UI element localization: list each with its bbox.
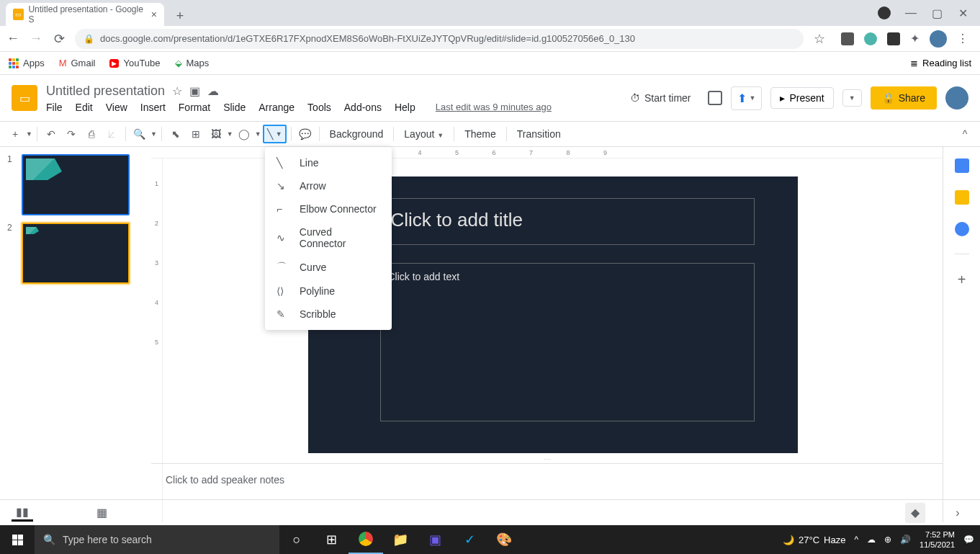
- start-timer-button[interactable]: ⏱ Start timer: [622, 87, 699, 109]
- menu-item-curved[interactable]: ∿ Curved Connector: [265, 220, 392, 255]
- maps-bookmark[interactable]: ⬙ Maps: [175, 58, 210, 68]
- menu-item-scribble[interactable]: ✎ Scribble: [265, 303, 392, 326]
- filmstrip-view-button[interactable]: ▮▮: [12, 504, 33, 522]
- select-tool[interactable]: ⬉: [166, 125, 185, 143]
- theme-button[interactable]: Theme: [459, 128, 502, 140]
- paint-format-button[interactable]: ⟀: [102, 125, 121, 143]
- chevron-down-icon[interactable]: ▼: [227, 130, 233, 138]
- print-button[interactable]: ⎙: [82, 125, 101, 143]
- tasks-icon[interactable]: [955, 222, 969, 236]
- side-panel-toggle[interactable]: ›: [947, 504, 968, 522]
- close-window-icon[interactable]: ✕: [957, 6, 968, 20]
- menu-arrange[interactable]: Arrange: [259, 102, 295, 113]
- line-tool[interactable]: ╲ ▼: [263, 125, 287, 143]
- weather-widget[interactable]: 🌙 27°C Haze: [783, 535, 845, 545]
- ext-icon-3[interactable]: [887, 32, 900, 45]
- shape-tool[interactable]: ◯: [235, 125, 253, 143]
- browser-tab[interactable]: ▭ Untitled presentation - Google S ×: [6, 3, 164, 26]
- present-button[interactable]: ▸ Present: [770, 87, 833, 109]
- address-bar[interactable]: 🔒 docs.google.com/presentation/d/1eGTXE6…: [75, 29, 804, 49]
- menu-format[interactable]: Format: [179, 102, 210, 113]
- minimize-icon[interactable]: —: [905, 6, 917, 20]
- reading-list-button[interactable]: ≣ Reading list: [910, 58, 971, 68]
- chevron-down-icon[interactable]: ▼: [26, 130, 32, 138]
- explorer-taskbar-icon[interactable]: 📁: [383, 525, 418, 554]
- textbox-tool[interactable]: ⊞: [186, 125, 205, 143]
- extensions-icon[interactable]: ✦: [910, 32, 920, 45]
- slide-thumb-1[interactable]: 1: [7, 154, 144, 215]
- task-view-icon[interactable]: ⊞: [314, 525, 349, 554]
- notes-resize-handle[interactable]: ⋯: [151, 455, 943, 463]
- notifications-icon[interactable]: 💬: [963, 535, 974, 545]
- close-tab-icon[interactable]: ×: [151, 9, 157, 20]
- app-taskbar-icon-2[interactable]: ✓: [452, 525, 487, 554]
- menu-item-polyline[interactable]: ⟨⟩ Polyline: [265, 280, 392, 303]
- cloud-status-icon[interactable]: ☁: [207, 84, 219, 98]
- menu-view[interactable]: View: [106, 102, 127, 113]
- youtube-bookmark[interactable]: ▶ YouTube: [109, 58, 160, 68]
- layout-button[interactable]: Layout ▼: [398, 128, 449, 140]
- menu-slide[interactable]: Slide: [223, 102, 246, 113]
- chevron-down-icon[interactable]: ▼: [255, 130, 261, 138]
- speaker-notes[interactable]: Click to add speaker notes: [151, 463, 943, 499]
- taskbar-search[interactable]: 🔍 Type here to search: [35, 525, 279, 554]
- maximize-icon[interactable]: ▢: [931, 6, 943, 20]
- grid-view-button[interactable]: ▦: [91, 504, 112, 522]
- menu-file[interactable]: File: [46, 102, 63, 113]
- new-tab-button[interactable]: +: [170, 6, 190, 26]
- last-edit-status[interactable]: Last edit was 9 minutes ago: [436, 102, 552, 112]
- menu-help[interactable]: Help: [395, 102, 415, 113]
- image-tool[interactable]: 🖼: [207, 125, 225, 143]
- chevron-down-icon[interactable]: ▼: [150, 130, 157, 138]
- zoom-button[interactable]: 🔍: [130, 125, 149, 143]
- add-addon-icon[interactable]: +: [955, 272, 969, 286]
- apps-bookmark[interactable]: Apps: [9, 58, 45, 68]
- transition-button[interactable]: Transition: [511, 128, 567, 140]
- menu-tools[interactable]: Tools: [307, 102, 331, 113]
- redo-button[interactable]: ↷: [62, 125, 81, 143]
- present-dropdown[interactable]: ▼: [842, 89, 862, 107]
- title-placeholder[interactable]: Click to add title: [380, 198, 755, 245]
- user-avatar[interactable]: [945, 86, 968, 110]
- slide-thumb-2[interactable]: 2: [7, 223, 144, 284]
- menu-item-line[interactable]: ╲ Line: [265, 151, 392, 174]
- menu-item-arrow[interactable]: ↘ Arrow: [265, 174, 392, 197]
- calendar-icon[interactable]: [955, 158, 969, 173]
- ext-icon-2[interactable]: [864, 32, 877, 45]
- explore-button[interactable]: ◆: [905, 503, 925, 523]
- paint-taskbar-icon[interactable]: 🎨: [487, 525, 521, 554]
- gmail-bookmark[interactable]: M Gmail: [59, 58, 96, 68]
- slides-logo[interactable]: ▭: [12, 85, 37, 111]
- text-placeholder[interactable]: Click to add text: [380, 263, 755, 421]
- ext-icon-1[interactable]: [841, 32, 854, 45]
- start-button[interactable]: [0, 525, 35, 554]
- menu-insert[interactable]: Insert: [140, 102, 166, 113]
- app-taskbar-icon-1[interactable]: ▣: [418, 525, 452, 554]
- forward-button[interactable]: →: [29, 31, 43, 46]
- reload-button[interactable]: ⟳: [52, 31, 66, 47]
- document-title[interactable]: Untitled presentation: [46, 84, 165, 99]
- star-icon[interactable]: ☆: [812, 31, 827, 47]
- star-doc-icon[interactable]: ☆: [172, 84, 182, 98]
- menu-item-curve[interactable]: ⌒ Curve: [265, 255, 392, 280]
- back-button[interactable]: ←: [6, 31, 20, 46]
- new-slide-button[interactable]: +: [6, 125, 24, 143]
- chrome-taskbar-icon[interactable]: [349, 525, 383, 554]
- comment-button[interactable]: 💬: [296, 125, 315, 143]
- menu-addons[interactable]: Add-ons: [344, 102, 382, 113]
- taskbar-clock[interactable]: 7:52 PM 11/5/2021: [920, 530, 955, 550]
- move-doc-icon[interactable]: ▣: [189, 84, 200, 98]
- chrome-menu-icon[interactable]: ⋮: [957, 32, 968, 45]
- keep-icon[interactable]: [955, 190, 969, 205]
- volume-icon[interactable]: 🔊: [900, 535, 911, 545]
- menu-edit[interactable]: Edit: [76, 102, 93, 113]
- collapse-toolbar-button[interactable]: ^: [956, 125, 974, 143]
- undo-button[interactable]: ↶: [42, 125, 60, 143]
- browser-profile-avatar[interactable]: [930, 30, 947, 48]
- onedrive-icon[interactable]: ☁: [867, 535, 876, 545]
- tray-chevron-icon[interactable]: ^: [854, 535, 858, 545]
- menu-item-elbow[interactable]: ⌐ Elbow Connector: [265, 197, 392, 220]
- network-icon[interactable]: ⊕: [884, 535, 891, 545]
- comment-history-icon[interactable]: [708, 91, 722, 105]
- background-button[interactable]: Background: [324, 128, 390, 140]
